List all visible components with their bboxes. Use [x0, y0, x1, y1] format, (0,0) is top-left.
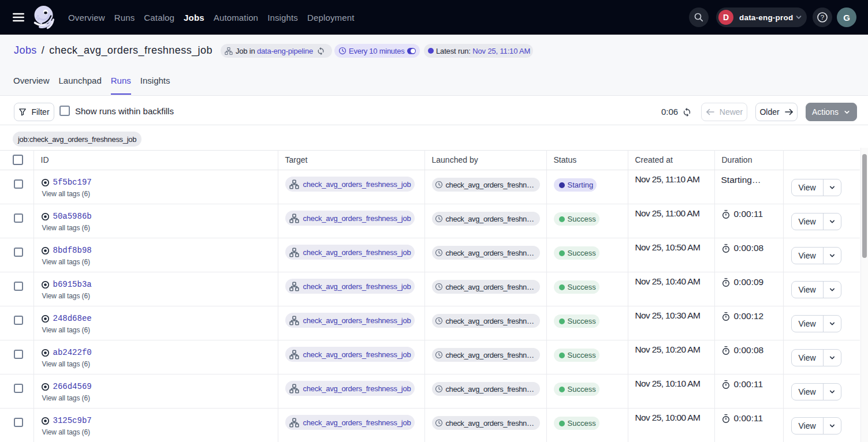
svg-text:?: ? [821, 14, 824, 21]
